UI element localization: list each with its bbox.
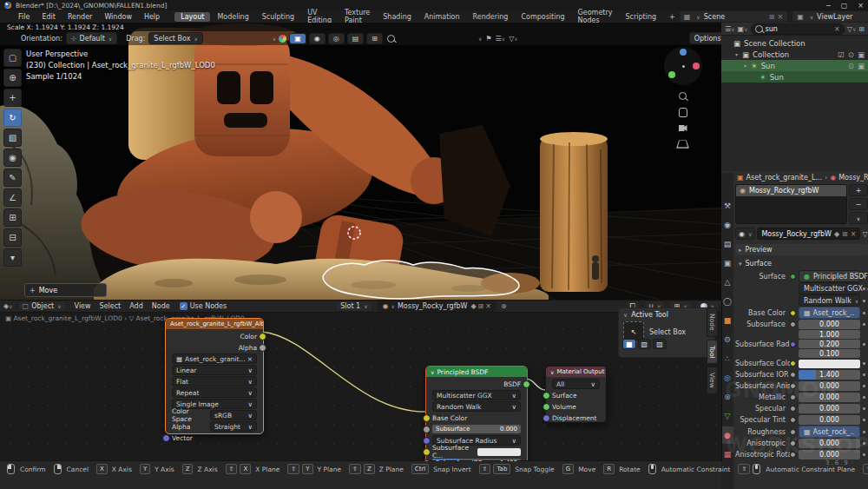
unlink-material-icon[interactable]: ×	[851, 230, 857, 238]
scene-unlink-icon[interactable]: ×	[777, 13, 783, 21]
animate-dot-icon[interactable]	[863, 407, 865, 410]
add-workspace-button[interactable]: +	[666, 13, 679, 21]
viewport-overlays-toggle[interactable]: ▤	[347, 33, 365, 44]
zoom-view-icon[interactable]	[679, 92, 687, 100]
breadcrumb-material[interactable]: Mossy_Roc...	[838, 174, 868, 182]
fake-user-icon[interactable]: ◆	[834, 230, 839, 238]
material-slot-item[interactable]: ◉ Mossy_Rocky_rgfbW	[736, 185, 846, 196]
properties-tab-render[interactable]: ◉	[721, 216, 733, 234]
viewport-zoom-icon[interactable]	[387, 35, 395, 43]
animate-dot-icon[interactable]	[863, 385, 865, 387]
select-mode-extend[interactable]: ▧	[638, 339, 652, 349]
menu-window[interactable]: Window	[98, 13, 138, 21]
drag-dropdown[interactable]: Select Box∨	[148, 32, 203, 44]
perspective-toggle-icon[interactable]	[676, 141, 689, 149]
subsurface-ior-slider[interactable]: 1.400	[799, 370, 860, 380]
animate-dot-icon[interactable]	[863, 275, 865, 278]
material-preview-ball-icon[interactable]	[279, 35, 286, 43]
image-datablock-field[interactable]: ▦Aset_rock_granit...×	[172, 354, 257, 363]
output-node-header[interactable]: ∨Material Output	[546, 367, 606, 377]
specular-tint-slider[interactable]: 0.000	[799, 415, 860, 425]
sidebar-tab-node[interactable]: Node	[707, 307, 718, 337]
straight-dropdown[interactable]: Straight∨	[210, 421, 257, 432]
viewport-3d[interactable]: Scale X: 1.1924 Y: 1.1924 Z: 1.1924 Orie…	[0, 23, 722, 300]
surface-panel-header[interactable]: ▾ Surface	[735, 258, 868, 269]
properties-tab-modifiers[interactable]: ⚙	[721, 331, 733, 348]
socket-vector[interactable]	[162, 434, 170, 442]
render-camera-icon[interactable]: ▣	[858, 50, 865, 59]
roughness-texture-field[interactable]: ▦Aset_rock_..._ughness.jpg	[799, 426, 860, 438]
properties-tab-physics[interactable]: ◎	[721, 369, 733, 387]
animate-dot-icon[interactable]	[863, 431, 865, 433]
shader-menu-add[interactable]: Add	[129, 302, 143, 310]
select-mode-new[interactable]: ■	[622, 339, 636, 349]
render-camera-icon[interactable]: ▣	[858, 62, 865, 70]
shading-dropdown-icon[interactable]: ∨	[273, 36, 276, 42]
animate-dot-icon[interactable]	[863, 287, 865, 290]
socket-base-color[interactable]	[423, 414, 431, 422]
transform-tool[interactable]: ◉	[3, 149, 22, 167]
sidebar-tab-tool[interactable]: Tool	[707, 340, 718, 365]
extrude-tool[interactable]: ⊟	[3, 228, 22, 247]
axis-x-handle[interactable]	[693, 63, 700, 69]
socket-surface[interactable]	[542, 392, 550, 400]
cursor-tool[interactable]: ⊕	[3, 69, 22, 87]
shader-menu-select[interactable]: Select	[100, 302, 122, 310]
annotate-tool[interactable]: ✎	[3, 169, 22, 187]
viewport-shading-rendered[interactable]: ◎	[328, 33, 345, 44]
socket-subsurface-radius[interactable]	[423, 437, 431, 445]
viewlayer-selector[interactable]: ▣∨ ViewLayer ⊞ ×	[792, 10, 868, 23]
material-output-node[interactable]: ∨Material Output All∨SurfaceVolumeDispla…	[545, 366, 607, 423]
maximize-button[interactable]: ▢	[841, 2, 848, 10]
shader-unlink-icon[interactable]: ×	[485, 302, 491, 310]
properties-tab-constraints[interactable]: ⊗	[721, 388, 733, 406]
tab-modeling[interactable]: Modeling	[211, 12, 254, 22]
axis-z-handle[interactable]	[680, 49, 687, 56]
anisotropic-rota--slider[interactable]: 0.000	[799, 450, 860, 459]
properties-tab-view-layer[interactable]: ▣	[721, 254, 733, 272]
socket-color[interactable]	[259, 333, 266, 340]
properties-tab-scene[interactable]: △	[721, 274, 733, 291]
tab-sculpting[interactable]: Sculpting	[256, 12, 300, 22]
shader-fake-user-icon[interactable]: ◆	[470, 302, 476, 310]
orientation-dropdown[interactable]: ⊹ Default∨	[66, 32, 117, 44]
tab-animation[interactable]: Animation	[418, 12, 466, 22]
tab-layout[interactable]: Layout	[174, 12, 210, 22]
copy-material-icon[interactable]: ⊞	[842, 230, 848, 238]
scale-tool[interactable]: ▧	[3, 129, 22, 147]
navigation-gizmo[interactable]	[664, 47, 702, 85]
animate-dot-icon[interactable]	[863, 323, 865, 326]
select-mode-subtract[interactable]: ▨	[653, 339, 667, 349]
image-texture-node[interactable]: Aset_rock_granite_L_rgfbW_Albedo.jp Colo…	[165, 318, 264, 434]
sidebar-tab-view[interactable]: View	[707, 367, 718, 394]
material-filter-icon[interactable]: ▽∨	[862, 230, 868, 238]
shader-menu-node[interactable]: Node	[152, 302, 170, 310]
editor-type-icon[interactable]: ☰∨	[725, 25, 735, 33]
select-box-tool[interactable]: ▢	[3, 49, 22, 67]
tab-shading[interactable]: Shading	[377, 12, 418, 22]
breadcrumb-object[interactable]: Aset_rock_granite_L...	[746, 174, 822, 182]
anisotropic-slider[interactable]: 0.000	[799, 439, 860, 448]
shader-material-field[interactable]: ◉∨ Mossy_Rocky_rgfbW ◆ ⊞ ×	[378, 301, 496, 312]
tab-rendering[interactable]: Rendering	[467, 12, 515, 22]
rotate-tool[interactable]: ↻	[3, 109, 22, 127]
material-slot-list[interactable]: ◉ Mossy_Rocky_rgfbW	[735, 184, 847, 224]
principled-bsdf-button[interactable]: ●Principled BSDF	[799, 270, 860, 282]
unlink-image-icon[interactable]: ×	[247, 355, 253, 363]
material-name-field[interactable]: Mossy_Rocky_rgfbW ◆ ⊞ ×	[757, 228, 860, 240]
checkbox-icon[interactable]: ☑	[838, 50, 845, 59]
pan-view-icon[interactable]	[679, 108, 687, 117]
move-tool[interactable]: +	[3, 89, 22, 107]
outliner-options-icon[interactable]: ⊞	[858, 25, 865, 33]
expand-caret[interactable]: ▾	[735, 51, 742, 57]
animate-dot-icon[interactable]	[863, 453, 865, 456]
slot-dropdown[interactable]: Slot 1∨	[335, 301, 372, 312]
properties-tab-particles[interactable]: ∴	[721, 350, 733, 367]
browse-material-button[interactable]: ◉∨	[735, 228, 755, 240]
subsurface-color-swatch[interactable]	[477, 448, 521, 456]
subsurface-slider[interactable]: 0.000	[799, 320, 860, 329]
options-dropdown[interactable]: Options∨	[689, 32, 722, 44]
tab-scripting[interactable]: Scripting	[619, 12, 662, 22]
metallic-slider[interactable]: 0.000	[799, 393, 860, 402]
scene-selector[interactable]: ▦∨ Scene ⊞ ×	[679, 10, 788, 23]
